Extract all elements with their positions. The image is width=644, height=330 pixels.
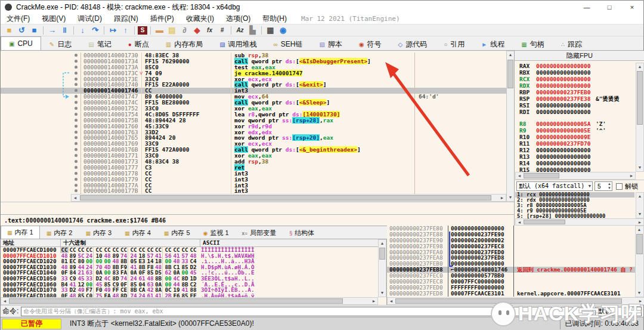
scroll-up-arrow[interactable]: ▲ [636,63,643,70]
tab-内存布局[interactable]: ▥内存布局 [157,38,211,50]
disasm-row[interactable]: 000000014000177348:83C4 38add rsp,38 [1,159,506,165]
breakpoint-dot[interactable] [71,82,80,88]
disassembly-pane[interactable]: 000000014000173048:83EC 38sub rsp,380000… [1,51,515,214]
register-row-RCX[interactable]: RCX0000000000000000 [515,76,634,82]
stop-button[interactable]: ■ [29,25,40,36]
scroll-left-arrow[interactable]: ◄ [72,195,79,202]
dump-tab-结构体[interactable]: §结构体 [283,227,321,239]
scroll-right-arrow[interactable]: ► [637,298,644,305]
step-out-button[interactable]: ↑ [120,25,131,36]
stack-pane[interactable]: 000000000237FE80000000000000000000000000… [387,226,644,305]
breakpoint-dot[interactable] [71,153,80,159]
scroll-up-arrow[interactable]: ▲ [636,226,643,233]
menu-跟踪(N)[interactable]: 跟踪(N) [108,14,144,24]
register-row-R8[interactable]: R8000000000000005A'Z' [515,121,634,127]
breakpoint-dot[interactable] [71,124,80,129]
calling-convention-dropdown[interactable]: 默认 (x64 fastcall) ▼ [516,181,593,191]
scroll-down-arrow[interactable]: ▼ [379,289,386,297]
comment-button[interactable]: ▤ [166,25,178,36]
spinner-arrows-icon[interactable]: ▲▼ [608,182,611,190]
breakpoint-dot[interactable] [71,129,80,135]
tab-日志[interactable]: ✎日志 [41,38,80,50]
arguments-vscrollbar[interactable]: ▲ ▼ [636,192,644,218]
scroll-thumb[interactable] [524,220,565,224]
disasm-row[interactable]: 0000000140001778CCint3 [1,171,506,177]
maximize-button[interactable]: □ [598,1,621,14]
tab-源代码[interactable]: ◇源代码 [390,38,436,50]
pause-button[interactable]: ‖ [59,25,70,36]
menu-选项(O)[interactable]: 选项(O) [220,14,256,24]
scylla-button[interactable]: S [138,26,147,35]
breakpoint-dot[interactable] [71,159,80,165]
tab-调用堆栈[interactable]: ▨调用堆栈 [211,38,265,50]
scroll-thumb[interactable] [9,298,343,304]
tab-CPU[interactable]: ▣CPU [1,36,41,50]
menu-收藏夹(I)[interactable]: 收藏夹(I) [180,14,220,24]
tab-笔记[interactable]: ▤笔记 [80,38,119,50]
breakpoint-dot[interactable] [71,171,80,177]
tab-符号[interactable]: ◉符号 [351,38,390,50]
register-row-RDX[interactable]: RDX0000000000000000 [515,82,634,89]
dump-hscrollbar[interactable]: ◄ ► [1,297,378,305]
scroll-right-arrow[interactable]: ► [370,298,377,305]
calculator-button[interactable]: ▦ [265,25,276,36]
scroll-down-arrow[interactable]: ▼ [636,211,643,218]
patch-button[interactable]: ▬ [154,25,165,36]
dump-tab-内存 1[interactable]: ▦内存 1 [1,226,40,239]
breakpoint-dot[interactable] [71,58,80,64]
breakpoint-dot[interactable] [71,64,80,70]
register-row-RSP[interactable]: RSP000000000237FE38&"烫烫烫 [515,95,634,102]
tab-SEH链[interactable]: ∞SEH链 [265,38,311,50]
stack-vscrollbar[interactable]: ▲ ▼ [635,226,644,297]
disassembly-hscrollbar[interactable]: ◄ ► [71,194,506,202]
call-arguments-list[interactable]: 1: rcx 00000000000000002: rdx 0000000000… [515,192,634,218]
dump-vscrollbar[interactable]: ▲ ▼ [378,239,386,297]
command-input[interactable] [21,307,593,316]
execute-till-return-button[interactable]: ↦ [107,25,119,36]
registers-hscrollbar[interactable]: ◄ ► [515,172,636,180]
hide-fpu-button[interactable]: 隐藏FPU [515,51,644,61]
disasm-row[interactable]: 000000014000177BCCint3 [1,188,506,194]
register-row-RBP[interactable]: RBP000000000237FEB0 [515,89,634,95]
scroll-thumb[interactable] [636,234,643,254]
register-row-R13[interactable]: R130000000000000000 [515,153,634,160]
eraser-button[interactable]: ◆ [191,25,203,36]
breakpoint-dot[interactable] [71,118,80,124]
unlock-checkbox[interactable] [616,183,623,190]
menu-调试(D)[interactable]: 调试(D) [72,14,108,24]
breakpoint-dot[interactable] [71,188,80,194]
tab-引用[interactable]: ○引用 [435,38,473,50]
scroll-left-arrow[interactable]: ◄ [388,298,395,305]
breakpoint-dot[interactable] [71,165,80,171]
open-file-button[interactable]: ■ [4,25,15,36]
close-button[interactable]: × [621,1,643,14]
scroll-up-arrow[interactable]: ▲ [636,193,643,200]
scroll-down-arrow[interactable]: ▼ [636,289,643,297]
breakpoint-dot[interactable] [71,100,80,106]
label-hash-button[interactable]: # [216,25,228,36]
breakpoint-dot[interactable] [71,94,80,100]
scroll-up-arrow[interactable]: ▲ [379,240,386,247]
register-row-R10[interactable]: R10000000000000009E [515,134,634,140]
scroll-thumb[interactable] [379,248,385,260]
scroll-thumb[interactable] [524,173,559,178]
arguments-hscrollbar[interactable]: ◄ ► [515,218,644,226]
stack-hscrollbar[interactable]: ◄ ► [387,297,644,305]
disasm-row[interactable]: 0000000140001777C3ret [1,165,506,171]
tab-断点[interactable]: ●断点 [120,38,157,50]
menu-帮助(H)[interactable]: 帮助(H) [256,14,293,24]
dump-tab-监视 1[interactable]: ◉监视 1 [197,227,236,239]
register-row-R9[interactable]: R9000000000000005E'^' [515,127,634,134]
register-row-R11[interactable]: R11000000000237FD70 [515,140,634,147]
assemble-button[interactable]: Az [234,25,246,36]
tab-脚本[interactable]: ▧脚本 [311,38,350,50]
scroll-thumb[interactable] [80,195,491,201]
attach-button[interactable]: ∂ [179,25,190,36]
register-row-RSI[interactable]: RSI0000000000000000 [515,102,634,109]
menu-文件(F)[interactable]: 文件(F) [1,14,36,24]
step-into-button[interactable]: ↓ [77,25,88,36]
register-row-RAX[interactable]: RAX0000000000000000 [515,63,634,69]
scroll-left-arrow[interactable]: ◄ [1,298,8,305]
breakpoint-dot[interactable] [71,106,80,112]
command-profile-dropdown[interactable]: 默认 ▼ [595,307,642,316]
